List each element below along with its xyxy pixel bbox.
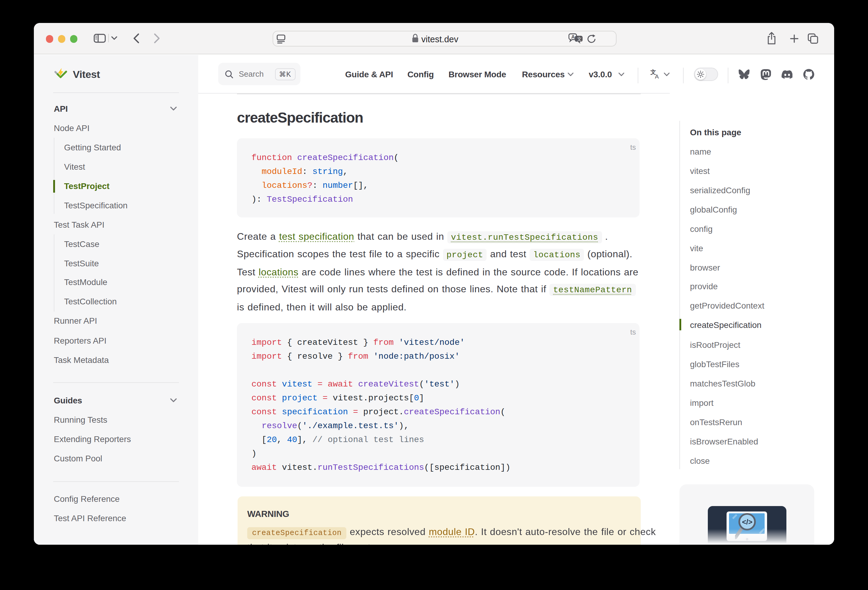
svg-text:文: 文	[577, 36, 582, 41]
svg-text:</>: </>	[742, 518, 752, 526]
svg-text:A: A	[571, 34, 575, 40]
svg-text:A: A	[655, 74, 659, 79]
